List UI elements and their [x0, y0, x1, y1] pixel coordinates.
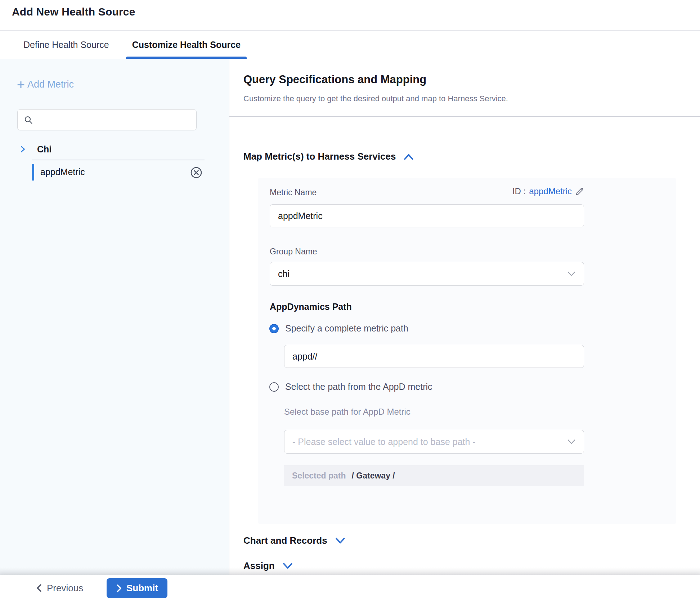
previous-button[interactable]: Previous — [35, 579, 83, 597]
search-icon — [24, 115, 33, 125]
metric-id-link[interactable]: appdMetric — [529, 186, 572, 196]
dialog-header: Add New Health Source — [0, 0, 700, 31]
map-metrics-card: Metric Name ID : appdMetric Group Name c… — [258, 178, 676, 524]
divider — [229, 116, 700, 117]
chevron-right-icon[interactable] — [19, 145, 27, 153]
radio-label: Specify a complete metric path — [285, 323, 408, 334]
section-heading: Chart and Records — [243, 535, 327, 546]
selected-path-label: Selected path — [292, 471, 346, 481]
tree-group-chi[interactable]: Chi — [0, 141, 229, 157]
selected-path-value: / Gateway / — [352, 471, 395, 481]
page-subtitle: Customize the query to get the desired o… — [243, 94, 508, 103]
query-spec-panel: Query Specifications and Mapping Customi… — [229, 59, 700, 575]
tab-label: Define Health Source — [23, 40, 109, 50]
map-metrics-section-header: Map Metric(s) to Harness Services — [243, 151, 414, 162]
group-name-select[interactable]: chi — [270, 262, 584, 286]
chevron-down-icon — [567, 271, 576, 277]
section-heading: Map Metric(s) to Harness Services — [243, 151, 396, 162]
id-prefix: ID : — [512, 186, 526, 196]
base-path-placeholder: - Please select value to append to base … — [292, 437, 567, 447]
dialog-title: Add New Health Source — [12, 6, 135, 18]
radio-unselected-icon[interactable] — [269, 382, 279, 392]
tree-divider — [32, 160, 205, 160]
submit-button[interactable]: Submit — [107, 578, 167, 598]
add-metric-button[interactable]: Add Metric — [16, 79, 74, 90]
selected-path-bar: Selected path / Gateway / — [284, 465, 584, 486]
radio-complete-metric-path[interactable]: Specify a complete metric path — [269, 323, 408, 334]
radio-selected-icon[interactable] — [269, 324, 279, 333]
metric-name-input[interactable] — [270, 204, 584, 227]
chevron-down-icon — [567, 439, 576, 445]
remove-metric-icon[interactable] — [190, 166, 203, 179]
tab-label: Customize Health Source — [132, 40, 241, 50]
dialog-body: Add Metric Chi appdMetric — [0, 59, 700, 575]
search-input[interactable] — [33, 110, 196, 130]
base-path-select[interactable]: - Please select value to append to base … — [284, 430, 584, 454]
plus-icon — [16, 80, 26, 90]
chevron-left-icon — [35, 584, 42, 592]
metric-id-row: ID : appdMetric — [512, 186, 584, 196]
metrics-sidebar: Add Metric Chi appdMetric — [0, 59, 229, 575]
tree-group-label: Chi — [37, 144, 51, 155]
dialog-footer: Previous Submit — [0, 575, 700, 601]
tab-customize-health-source[interactable]: Customize Health Source — [126, 31, 247, 59]
group-name-value: chi — [278, 269, 567, 279]
tab-bar: Define Health Source Customize Health So… — [0, 31, 700, 59]
metric-search — [17, 109, 197, 130]
metric-name-label: Metric Name — [270, 188, 317, 197]
radio-select-path-from-appd[interactable]: Select the path from the AppD metric — [269, 382, 432, 392]
tree-metric-appdmetric[interactable]: appdMetric — [0, 163, 229, 181]
previous-label: Previous — [47, 583, 83, 594]
assign-section-header: Assign — [243, 560, 293, 571]
add-metric-label: Add Metric — [27, 79, 74, 90]
chevron-down-icon[interactable] — [335, 537, 345, 544]
tab-define-health-source[interactable]: Define Health Source — [23, 31, 110, 59]
chevron-up-icon[interactable] — [404, 153, 414, 160]
add-health-source-dialog: Add New Health Source Define Health Sour… — [0, 0, 700, 601]
group-name-label: Group Name — [270, 247, 317, 257]
section-heading: Assign — [243, 560, 275, 571]
page-title: Query Specifications and Mapping — [243, 73, 426, 86]
edit-icon[interactable] — [575, 187, 584, 196]
submit-label: Submit — [126, 583, 158, 594]
selected-marker — [32, 164, 34, 181]
chart-and-records-section-header: Chart and Records — [243, 535, 345, 546]
appdynamics-path-heading: AppDynamics Path — [270, 302, 352, 312]
base-path-label: Select base path for AppD Metric — [284, 407, 410, 417]
chevron-right-icon — [116, 584, 122, 592]
chevron-down-icon[interactable] — [283, 562, 293, 570]
radio-label: Select the path from the AppD metric — [285, 382, 432, 392]
complete-metric-path-input[interactable] — [284, 345, 584, 368]
tree-metric-label: appdMetric — [40, 167, 85, 177]
